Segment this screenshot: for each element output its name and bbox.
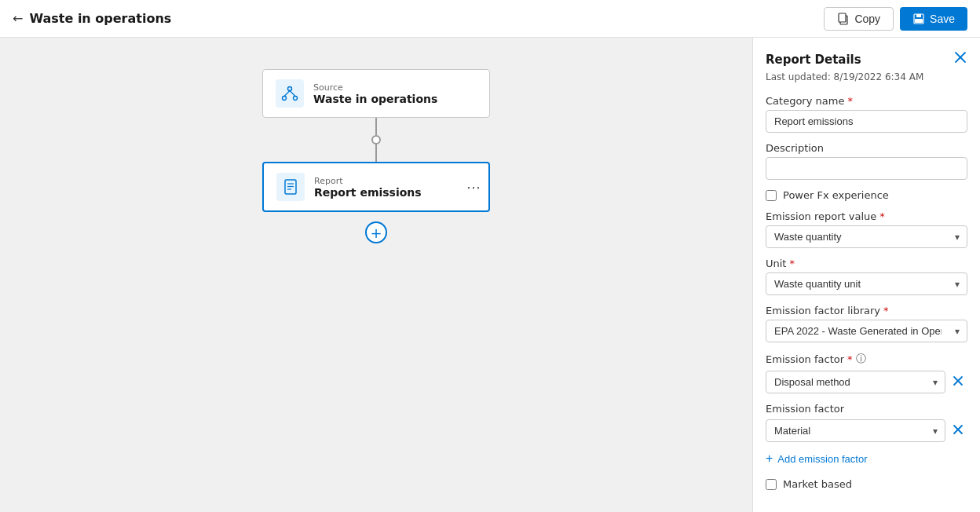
market-based-checkbox[interactable] [766,479,777,490]
right-panel: Report Details Last updated: 8/19/2022 6… [752,38,980,512]
power-fx-row: Power Fx experience [766,189,967,201]
source-node-label: Source [313,82,437,93]
page-title: Waste in operations [29,11,171,26]
x-icon-1 [952,375,964,387]
report-node-icon [276,173,305,201]
description-label: Description [766,142,967,154]
svg-line-8 [284,91,290,97]
category-name-group: Category name * [766,95,967,133]
connector-circle [371,135,381,144]
source-node[interactable]: Source Waste in operations [262,69,490,118]
emission-factor-2-remove-button[interactable] [949,422,967,441]
emission-factor-row-2: Material ▾ [766,419,967,442]
emission-factor-library-label: Emission factor library * [766,305,967,316]
add-node-button[interactable]: + [365,221,387,243]
source-node-title: Waste in operations [313,93,437,105]
category-name-input[interactable] [766,110,967,133]
emission-factor-library-wrapper: EPA 2022 - Waste Generated in Opera... ▾ [766,320,967,342]
emission-factor-2-select[interactable]: Material [766,419,945,442]
line-segment-bottom [375,144,377,162]
node-menu-button[interactable]: ⋯ [466,179,481,196]
report-node-content: Report Report emissions [314,176,422,199]
emission-factor-1-wrapper: Disposal method ▾ [766,371,945,393]
svg-line-9 [290,91,295,97]
panel-close-button[interactable] [953,50,967,68]
copy-button[interactable]: Copy [824,7,894,31]
save-button[interactable]: Save [900,7,967,31]
panel-header: Report Details [766,50,967,68]
required-marker-2: * [879,210,885,222]
unit-label: Unit * [766,258,967,269]
main-area: Source Waste in operations [0,38,980,512]
add-emission-plus-icon: + [766,452,773,466]
description-input[interactable] [766,157,967,180]
source-icon [281,85,298,102]
source-node-content: Source Waste in operations [313,82,437,105]
power-fx-label: Power Fx experience [783,189,889,201]
report-icon [282,178,299,196]
unit-select[interactable]: Waste quantity unit [766,272,967,295]
unit-wrapper: Waste quantity unit ▾ [766,272,967,295]
topbar: ← Waste in operations Copy Save [0,0,980,38]
copy-icon [837,13,850,25]
required-marker-5: * [847,353,853,365]
svg-rect-1 [839,13,846,22]
emission-factor-1-select[interactable]: Disposal method [766,371,945,393]
emission-factor-2-label-row: Emission factor [766,403,967,415]
x-icon-2 [952,423,964,436]
emission-factor-1-remove-button[interactable] [949,373,967,392]
svg-point-5 [288,87,292,91]
required-marker-3: * [789,258,795,269]
market-based-row: Market based [766,478,967,490]
required-marker: * [847,95,853,107]
svg-rect-3 [916,14,921,17]
save-icon [912,13,925,25]
svg-rect-4 [915,19,923,23]
unit-group: Unit * Waste quantity unit ▾ [766,258,967,295]
line-segment-top [375,118,377,135]
topbar-left: ← Waste in operations [13,11,171,26]
emission-factor-row-1: Disposal method ▾ [766,371,967,393]
flow-diagram: Source Waste in operations [262,69,490,243]
report-node-label: Report [314,176,422,186]
topbar-actions: Copy Save [824,7,967,31]
panel-subtitle: Last updated: 8/19/2022 6:34 AM [766,71,967,82]
emission-report-value-group: Emission report value * Waste quantity ▾ [766,210,967,248]
emission-report-value-wrapper: Waste quantity ▾ [766,225,967,248]
canvas: Source Waste in operations [0,38,752,512]
description-group: Description [766,142,967,180]
close-icon [953,50,967,64]
required-marker-4: * [883,305,889,316]
connector-line-1 [371,118,381,162]
add-emission-factor-button[interactable]: + Add emission factor [766,452,868,466]
emission-factor-2-wrapper: Material ▾ [766,419,945,442]
panel-title: Report Details [766,53,861,67]
market-based-label: Market based [783,478,852,490]
emission-factor-label-row: Emission factor * ⓘ [766,352,967,366]
svg-point-6 [283,97,287,101]
emission-factor-library-group: Emission factor library * EPA 2022 - Was… [766,305,967,342]
back-button[interactable]: ← [13,11,23,26]
report-node-title: Report emissions [314,186,422,199]
category-name-label: Category name * [766,95,967,107]
svg-point-7 [294,97,298,101]
info-icon[interactable]: ⓘ [856,352,866,366]
source-node-icon [276,79,304,108]
power-fx-checkbox[interactable] [766,190,777,201]
emission-report-value-select[interactable]: Waste quantity [766,225,967,248]
emission-factor-library-select[interactable]: EPA 2022 - Waste Generated in Opera... [766,320,967,342]
emission-report-value-label: Emission report value * [766,210,967,222]
report-node[interactable]: Report Report emissions ⋯ [262,162,490,212]
